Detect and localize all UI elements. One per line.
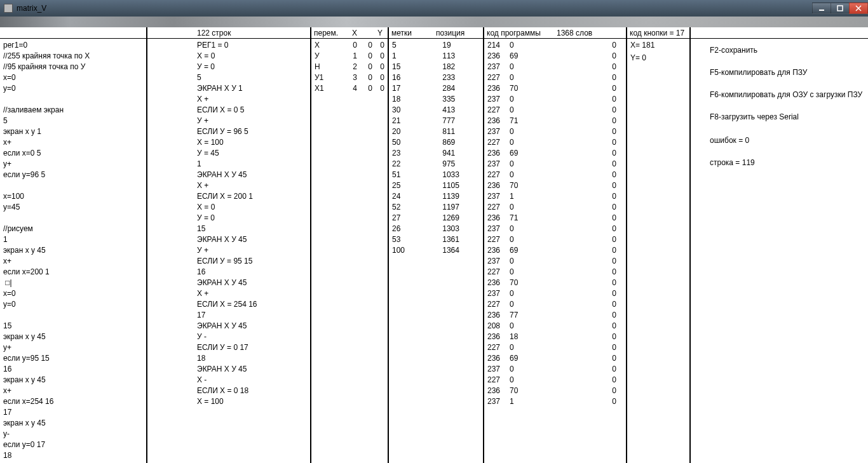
labels-column: метки позиция 51911131518216233172841833… (388, 27, 483, 463)
code-row: 236700 (487, 386, 623, 396)
label-row: 17284 (392, 83, 480, 94)
source-line[interactable]: //рисуем (3, 224, 143, 234)
code-row: 236710 (487, 116, 623, 126)
code-a: 236 (487, 386, 510, 396)
variable-row: У1300 (315, 72, 384, 83)
code-a: 236 (487, 148, 510, 159)
source-line[interactable]: у=0 (3, 299, 143, 310)
source-line[interactable]: если х=200 1 (3, 267, 143, 278)
source-editor[interactable]: рег1=0//255 крайняя точка по Х//95 крайн… (0, 39, 146, 463)
source-line[interactable]: 16 (3, 364, 143, 375)
code-row: 236700 (487, 278, 623, 288)
source-line[interactable]: если у=95 15 (3, 353, 143, 364)
source-line[interactable]: //заливаем экран (3, 105, 143, 116)
var-x: 0 (357, 83, 372, 94)
maximize-button[interactable] (831, 3, 850, 14)
source-line[interactable]: х=0 (3, 288, 143, 299)
code-b: 77 (510, 310, 527, 321)
source-line[interactable]: у- (3, 429, 143, 440)
code-a: 208 (487, 321, 510, 332)
code-b: 0 (510, 159, 527, 170)
source-line[interactable]: //95 крайняя точка по У (3, 62, 143, 72)
label-id: 17 (392, 83, 417, 94)
source-line[interactable]: рег1=0 (3, 40, 143, 51)
source-line[interactable] (3, 180, 143, 191)
code-row: 22700 (487, 234, 623, 245)
source-line[interactable]: 18 (3, 450, 143, 461)
variable-row: Х1400 (315, 83, 384, 94)
close-button[interactable] (849, 3, 868, 14)
source-line[interactable]: х+ (3, 256, 143, 267)
button-code-column: код кнопки = 17 X= 181 Y= 0 (626, 27, 689, 463)
label-pos: 1303 (417, 224, 480, 234)
source-line[interactable]: если у=96 5 (3, 170, 143, 180)
source-line[interactable]: если у=0 17 (3, 440, 143, 450)
source-line[interactable]: экран х у 1 (3, 126, 143, 137)
minimize-button[interactable] (812, 3, 831, 14)
source-line[interactable]: у+ (3, 342, 143, 353)
label-pos: 1105 (417, 180, 480, 191)
label-id: 26 (392, 224, 417, 234)
button-code-body: X= 181 Y= 0 (627, 39, 689, 463)
code-row: 22700 (487, 72, 623, 83)
code-row: 236690 (487, 245, 623, 256)
source-line[interactable]: экран х у 45 (3, 375, 143, 386)
code-a: 236 (487, 213, 510, 224)
var-x: 0 (357, 51, 372, 62)
source-line[interactable] (3, 310, 143, 321)
variable-row: У100 (315, 51, 384, 62)
source-line[interactable] (3, 213, 143, 224)
source-line[interactable]: х=0 (3, 72, 143, 83)
code-b: 0 (510, 321, 527, 332)
code-row: 236700 (487, 180, 623, 191)
source-line[interactable]: 15 (3, 321, 143, 332)
label-row: 521197 (392, 202, 480, 213)
code-a: 227 (487, 170, 510, 180)
source-line[interactable]: х+ (3, 137, 143, 148)
source-line[interactable]: х=100 (3, 191, 143, 202)
code-c: 0 (527, 137, 623, 148)
code-c: 0 (527, 202, 623, 213)
var-idx: 2 (339, 62, 357, 72)
code-column: код программы 1368 слов 2140023669023700… (483, 27, 626, 463)
source-line[interactable]: у=45 (3, 202, 143, 213)
source-line[interactable]: если х=254 16 (3, 396, 143, 407)
parsed-line: Х = 100 (197, 396, 307, 407)
source-line[interactable]: □| (3, 278, 143, 288)
source-line[interactable]: 1 (3, 234, 143, 245)
variable-row: Х000 (315, 40, 384, 51)
code-c: 0 (527, 396, 623, 407)
code-b: 0 (510, 137, 527, 148)
label-pos: 1033 (417, 170, 480, 180)
source-line[interactable]: экран х у 45 (3, 418, 143, 429)
source-line[interactable]: 17 (3, 407, 143, 418)
code-row: 23700 (487, 159, 623, 170)
header-y: Y (365, 29, 383, 37)
source-line[interactable]: х+ (3, 386, 143, 396)
source-line[interactable]: у+ (3, 159, 143, 170)
source-line[interactable]: 5 (3, 116, 143, 126)
parsed-line: РЕГ1 = 0 (197, 40, 307, 51)
code-row: 22700 (487, 170, 623, 180)
parsed-line: 15 (197, 224, 307, 234)
help-column: F2-сохранить F5-компилировать для ПЗУ F6… (689, 27, 868, 463)
parsed-line: У + (197, 116, 307, 126)
label-pos: 1361 (417, 234, 480, 245)
label-id: 100 (392, 245, 417, 256)
source-line[interactable]: у=0 (3, 83, 143, 94)
parsed-line: Х + (197, 94, 307, 105)
code-a: 237 (487, 224, 510, 234)
code-a: 227 (487, 234, 510, 245)
label-id: 25 (392, 180, 417, 191)
source-line[interactable] (3, 94, 143, 105)
label-row: 241139 (392, 191, 480, 202)
parsed-list: РЕГ1 = 0Х = 0У = 05ЭКРАН Х У 1Х +ЕСЛИ Х … (147, 39, 310, 463)
source-line[interactable]: экран х у 45 (3, 332, 143, 342)
source-line[interactable]: если х=0 5 (3, 148, 143, 159)
label-id: 5 (392, 40, 417, 51)
code-c: 0 (527, 213, 623, 224)
code-b: 0 (510, 256, 527, 267)
source-line[interactable]: экран х у 45 (3, 245, 143, 256)
code-b: 1 (510, 396, 527, 407)
source-line[interactable]: //255 крайняя точка по Х (3, 51, 143, 62)
